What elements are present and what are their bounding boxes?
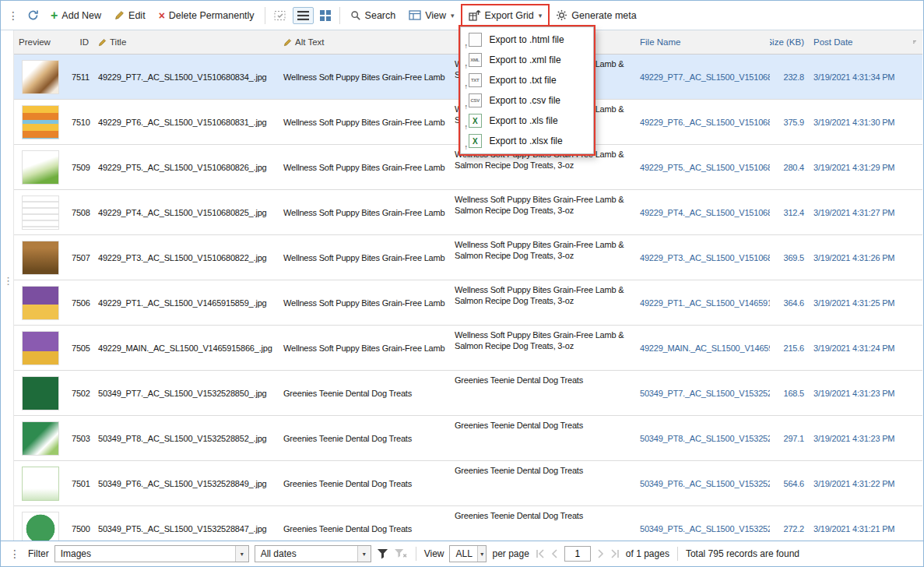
- thumbnail[interactable]: [22, 286, 59, 320]
- caption-cell[interactable]: Wellness Soft Puppy Bites Grain-Free Lam…: [450, 235, 635, 262]
- view-dropdown-button[interactable]: View ▾: [403, 7, 459, 24]
- column-header-id[interactable]: ID: [67, 37, 93, 47]
- caption-cell[interactable]: Wellness Soft Puppy Bites Grain-Free Lam…: [450, 280, 635, 307]
- column-header-title[interactable]: Title: [93, 37, 279, 47]
- title-cell[interactable]: 50349_PT5._AC_SL1500_V1532528847_.jpg: [93, 524, 279, 534]
- column-header-alt-text[interactable]: Alt Text: [279, 37, 450, 47]
- page-number-input[interactable]: [564, 546, 591, 562]
- first-page-button[interactable]: [535, 549, 545, 558]
- thumbnail[interactable]: [22, 331, 59, 365]
- id-cell: 7500: [67, 524, 93, 534]
- title-cell[interactable]: 49229_PT1._AC_SL1500_V1465915859_.jpg: [93, 298, 279, 308]
- file-name-cell: 49229_PT5._AC_SL1500_V1510680826_.jpg: [635, 163, 770, 172]
- export-grid-button[interactable]: Export Grid ▾ Export to .html file XML E…: [462, 5, 549, 25]
- thumbnail[interactable]: [22, 376, 59, 410]
- select-mode-button[interactable]: [270, 7, 290, 24]
- title-cell[interactable]: 49229_PT5._AC_SL1500_V1510680826_.jpg: [93, 163, 279, 172]
- table-row[interactable]: 7507 49229_PT3._AC_SL1500_V1510680822_.j…: [14, 235, 922, 280]
- toolbar-grip-icon[interactable]: ⋮: [5, 9, 21, 22]
- alt-text-cell[interactable]: Greenies Teenie Dental Dog Treats: [279, 479, 450, 488]
- filter-type-select[interactable]: Images ▾: [54, 545, 249, 562]
- title-cell[interactable]: 50349_PT7._AC_SL1500_V1532528850_.jpg: [93, 389, 279, 398]
- apply-filter-button[interactable]: [377, 548, 388, 559]
- id-cell: 7502: [67, 389, 93, 398]
- thumbnail[interactable]: [22, 421, 59, 456]
- thumbnail[interactable]: [22, 150, 59, 185]
- per-page-select[interactable]: ALL ▾: [449, 545, 487, 562]
- title-cell[interactable]: 49229_MAIN._AC_SL1500_V1465915866_.jpg: [93, 343, 279, 353]
- table-row[interactable]: 7505 49229_MAIN._AC_SL1500_V1465915866_.…: [14, 326, 922, 371]
- caption-cell[interactable]: Greenies Teenie Dental Dog Treats: [450, 416, 635, 431]
- column-header-post-date[interactable]: Post Date: [809, 37, 908, 47]
- title-cell[interactable]: 49229_PT6._AC_SL1500_V1510680831_.jpg: [93, 118, 279, 127]
- export-menu-item[interactable]: X Export to .xls file: [461, 111, 593, 131]
- table-row[interactable]: 7501 50349_PT6._AC_SL1500_V1532528849_.j…: [14, 461, 922, 506]
- alt-text-cell[interactable]: Greenies Teenie Dental Dog Treats: [279, 389, 450, 398]
- post-date-cell: 3/19/2021 4:31:27 PM: [809, 208, 908, 217]
- export-menu-item[interactable]: Export to .html file: [461, 30, 593, 50]
- delete-permanently-button[interactable]: × Delete Permanently: [153, 7, 260, 24]
- caption-cell[interactable]: Greenies Teenie Dental Dog Treats: [450, 506, 635, 521]
- export-menu-item[interactable]: X Export to .xlsx file: [461, 131, 593, 151]
- alt-text-cell[interactable]: Greenies Teenie Dental Dog Treats: [279, 434, 450, 443]
- generate-meta-button[interactable]: Generate meta: [550, 6, 641, 24]
- title-cell[interactable]: 49229_PT4._AC_SL1500_V1510680825_.jpg: [93, 208, 279, 217]
- title-cell[interactable]: 50349_PT8._AC_SL1500_V1532528852_.jpg: [93, 434, 279, 443]
- alt-text-cell[interactable]: Greenies Teenie Dental Dog Treats: [279, 524, 450, 534]
- thumbnail[interactable]: [22, 241, 59, 275]
- column-header-file-name[interactable]: File Name: [635, 37, 770, 47]
- search-button[interactable]: Search: [345, 7, 402, 24]
- first-page-icon: [535, 549, 545, 558]
- footer-grip-icon[interactable]: ⋮: [7, 548, 23, 560]
- alt-text-cell[interactable]: Wellness Soft Puppy Bites Grain-Free Lam…: [279, 343, 450, 353]
- add-new-button[interactable]: + Add New: [45, 7, 107, 24]
- id-cell: 7509: [67, 163, 93, 172]
- column-header-preview[interactable]: Preview: [14, 37, 67, 47]
- file-name-cell: 50349_PT7._AC_SL1500_V1532528850_.jpg: [635, 389, 770, 398]
- thumbnail[interactable]: [22, 60, 59, 94]
- alt-text-cell[interactable]: Wellness Soft Puppy Bites Grain-Free Lam…: [279, 118, 450, 127]
- clear-filter-button[interactable]: [394, 548, 408, 559]
- footer-bar: ⋮ Filter Images ▾ All dates ▾ View ALL ▾…: [1, 541, 923, 566]
- thumbnail[interactable]: [22, 105, 59, 139]
- column-header-size[interactable]: Size (KB): [770, 37, 809, 47]
- caption-cell[interactable]: Greenies Teenie Dental Dog Treats: [450, 461, 635, 476]
- panel-grip-icon[interactable]: ⋮: [3, 275, 13, 287]
- edit-button[interactable]: Edit: [109, 7, 151, 24]
- caption-cell[interactable]: Wellness Soft Puppy Bites Grain-Free Lam…: [450, 190, 635, 217]
- title-cell[interactable]: 49229_PT3._AC_SL1500_V1510680822_.jpg: [93, 253, 279, 262]
- column-header-menu[interactable]: [908, 38, 922, 46]
- list-view-button[interactable]: [293, 7, 314, 24]
- thumbnail[interactable]: [22, 195, 59, 230]
- funnel-clear-icon: [394, 548, 408, 559]
- add-new-label: Add New: [61, 10, 101, 21]
- date-filter-select[interactable]: All dates ▾: [255, 545, 371, 562]
- grid-view-button[interactable]: [316, 7, 335, 24]
- table-row[interactable]: 7506 49229_PT1._AC_SL1500_V1465915859_.j…: [14, 280, 922, 326]
- caption-cell[interactable]: Greenies Teenie Dental Dog Treats: [450, 371, 635, 386]
- next-page-button[interactable]: [596, 549, 605, 558]
- alt-text-cell[interactable]: Wellness Soft Puppy Bites Grain-Free Lam…: [279, 208, 450, 217]
- thumbnail[interactable]: [22, 512, 59, 541]
- caption-cell[interactable]: Wellness Soft Puppy Bites Grain-Free Lam…: [450, 326, 635, 352]
- export-menu-item[interactable]: CSV Export to .csv file: [461, 90, 593, 111]
- table-row[interactable]: 7500 50349_PT5._AC_SL1500_V1532528847_.j…: [14, 506, 922, 541]
- alt-text-cell[interactable]: Wellness Soft Puppy Bites Grain-Free Lam…: [279, 163, 450, 172]
- thumbnail[interactable]: [22, 467, 59, 501]
- table-row[interactable]: 7503 50349_PT8._AC_SL1500_V1532528852_.j…: [14, 416, 922, 461]
- preview-cell: [14, 195, 67, 230]
- last-page-button[interactable]: [610, 549, 620, 558]
- export-file-icon: X: [469, 114, 482, 128]
- table-row[interactable]: 7508 49229_PT4._AC_SL1500_V1510680825_.j…: [14, 190, 922, 235]
- post-date-cell: 3/19/2021 4:31:30 PM: [809, 118, 908, 127]
- title-cell[interactable]: 50349_PT6._AC_SL1500_V1532528849_.jpg: [93, 479, 279, 488]
- refresh-button[interactable]: [23, 6, 43, 24]
- alt-text-cell[interactable]: Wellness Soft Puppy Bites Grain-Free Lam…: [279, 253, 450, 262]
- export-menu-item[interactable]: TXT Export to .txt file: [461, 70, 593, 90]
- title-cell[interactable]: 49229_PT7._AC_SL1500_V1510680834_.jpg: [93, 72, 279, 82]
- table-row[interactable]: 7502 50349_PT7._AC_SL1500_V1532528850_.j…: [14, 371, 922, 416]
- alt-text-cell[interactable]: Wellness Soft Puppy Bites Grain-Free Lam…: [279, 298, 450, 308]
- alt-text-cell[interactable]: Wellness Soft Puppy Bites Grain-Free Lam…: [279, 72, 450, 82]
- export-menu-item[interactable]: XML Export to .xml file: [461, 50, 593, 70]
- prev-page-button[interactable]: [550, 549, 559, 558]
